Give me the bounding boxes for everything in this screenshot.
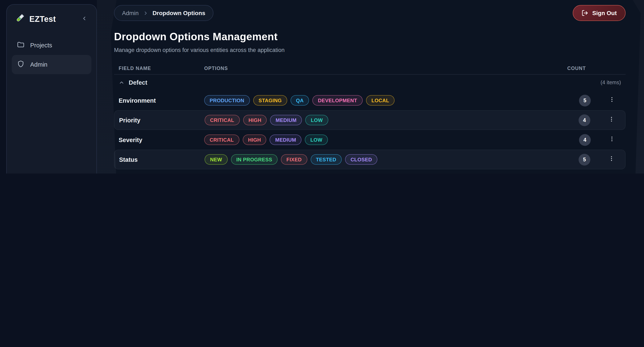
- sidebar-item-admin[interactable]: Admin: [12, 55, 92, 74]
- main-content: Admin Dropdown Options Sign Out Dropdown…: [97, 0, 644, 173]
- table-row: PriorityCRITICALHIGHMEDIUMLOW4: [114, 110, 626, 130]
- options-badges: CRITICALHIGHMEDIUMLOW: [204, 115, 567, 125]
- count-badge: 4: [578, 114, 590, 126]
- option-badge: LOCAL: [366, 95, 395, 106]
- brand-title: EZTest: [29, 15, 77, 24]
- column-header-field-name: FIELD NAME: [119, 66, 204, 71]
- breadcrumb-admin-link[interactable]: Admin: [122, 10, 138, 16]
- table-row: SeverityCRITICALHIGHMEDIUMLOW4: [114, 130, 626, 150]
- options-badges: PRODUCTIONSTAGINGQADEVELOPMENTLOCAL: [204, 95, 567, 106]
- table-body: Defect(4 items)EnvironmentPRODUCTIONSTAG…: [114, 75, 626, 173]
- chevron-right-icon: [143, 10, 148, 16]
- menu-column: [602, 134, 621, 145]
- page-title: Dropdown Options Management: [114, 30, 626, 43]
- kebab-icon: [608, 136, 615, 144]
- kebab-icon: [608, 155, 614, 163]
- count-column: 5: [567, 94, 602, 106]
- sidebar-item-label: Projects: [30, 42, 52, 49]
- option-badge: CRITICAL: [204, 115, 240, 125]
- folder-icon: [17, 41, 25, 50]
- count-badge: 4: [579, 134, 591, 146]
- option-badge: TESTED: [310, 154, 342, 165]
- option-badge: NEW: [204, 154, 228, 165]
- kebab-icon: [608, 96, 615, 104]
- option-badge: MEDIUM: [270, 115, 302, 125]
- menu-column: [602, 115, 620, 125]
- row-menu-button[interactable]: [606, 154, 617, 165]
- options-table: FIELD NAME OPTIONS COUNT Defect(4 items)…: [114, 62, 626, 173]
- column-header-count: COUNT: [567, 66, 602, 71]
- test-tube-icon: [14, 13, 25, 25]
- count-column: 5: [567, 154, 602, 165]
- field-name: Priority: [119, 117, 204, 123]
- option-badge: CLOSED: [345, 154, 377, 165]
- option-badge: PRODUCTION: [204, 95, 250, 106]
- options-badges: NEWIN PROGRESSFIXEDTESTEDCLOSED: [204, 154, 567, 165]
- group-header-defect[interactable]: Defect(4 items): [114, 75, 626, 90]
- option-badge: MEDIUM: [270, 134, 302, 145]
- app-root: EZTest Projects Admin: [0, 0, 644, 173]
- option-badge: QA: [290, 95, 309, 106]
- breadcrumb: Admin Dropdown Options: [114, 5, 213, 21]
- sign-out-button[interactable]: Sign Out: [572, 5, 626, 21]
- count-badge: 5: [579, 94, 591, 106]
- row-menu-button[interactable]: [606, 115, 617, 125]
- options-badges: CRITICALHIGHMEDIUMLOW: [204, 134, 567, 145]
- menu-column: [602, 154, 620, 165]
- chevron-left-icon: [81, 15, 87, 23]
- column-header-options: OPTIONS: [204, 66, 567, 71]
- table-header-row: FIELD NAME OPTIONS COUNT: [114, 62, 626, 75]
- sidebar: EZTest Projects Admin: [6, 4, 97, 173]
- page-subtitle: Manage dropdown options for various enti…: [114, 47, 626, 53]
- logout-icon: [581, 10, 588, 16]
- topbar: Admin Dropdown Options Sign Out: [114, 0, 626, 21]
- group-header-requirement[interactable]: Requirement(2 items): [114, 169, 626, 173]
- kebab-icon: [608, 116, 614, 124]
- sidebar-item-label: Admin: [30, 61, 48, 68]
- field-name: Environment: [119, 97, 204, 104]
- option-badge: CRITICAL: [204, 134, 239, 145]
- shield-icon: [17, 60, 25, 69]
- option-badge: STAGING: [253, 95, 287, 106]
- sidebar-collapse-button[interactable]: [81, 15, 89, 23]
- option-badge: HIGH: [243, 115, 267, 125]
- sign-out-label: Sign Out: [592, 10, 617, 16]
- count-badge: 5: [578, 154, 590, 165]
- chevron-up-icon: [119, 80, 124, 85]
- option-badge: IN PROGRESS: [231, 154, 278, 165]
- sidebar-logo-row: EZTest: [12, 10, 92, 36]
- sidebar-item-projects[interactable]: Projects: [12, 36, 92, 55]
- group-name: Defect: [129, 79, 147, 86]
- table-row: EnvironmentPRODUCTIONSTAGINGQADEVELOPMEN…: [114, 90, 626, 110]
- table-row: StatusNEWIN PROGRESSFIXEDTESTEDCLOSED5: [114, 150, 626, 169]
- menu-column: [602, 95, 621, 106]
- breadcrumb-current: Dropdown Options: [152, 10, 205, 16]
- option-badge: FIXED: [281, 154, 307, 165]
- option-badge: DEVELOPMENT: [312, 95, 363, 106]
- option-badge: LOW: [306, 115, 328, 125]
- row-menu-button[interactable]: [606, 95, 617, 106]
- option-badge: HIGH: [242, 134, 266, 145]
- count-column: 4: [567, 114, 602, 126]
- count-column: 4: [567, 134, 602, 146]
- field-name: Status: [119, 156, 204, 163]
- option-badge: LOW: [305, 134, 328, 145]
- group-items-count: (4 items): [600, 80, 621, 85]
- sidebar-nav: Projects Admin: [12, 36, 92, 74]
- field-name: Severity: [119, 136, 204, 143]
- row-menu-button[interactable]: [606, 134, 617, 145]
